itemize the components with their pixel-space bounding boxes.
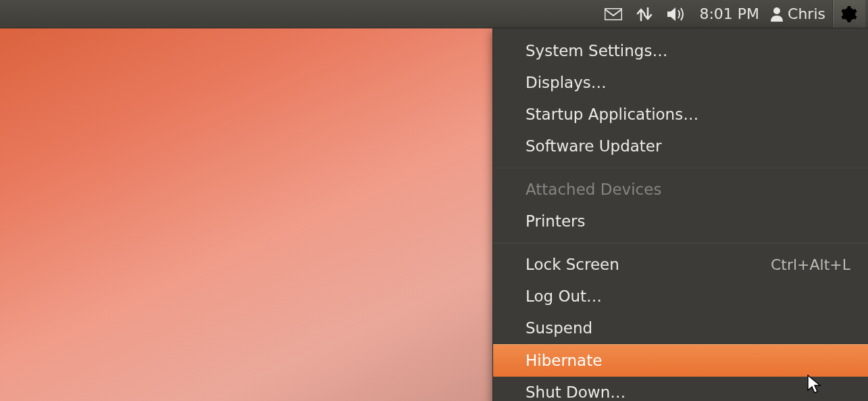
mail-icon (605, 8, 622, 20)
menu-item-hibernate[interactable]: Hibernate (493, 344, 868, 377)
menu-label: Startup Applications… (526, 104, 698, 125)
network-indicator[interactable] (629, 0, 660, 28)
menu-item-software-updater[interactable]: Software Updater (493, 131, 868, 162)
session-indicator[interactable] (832, 0, 865, 28)
menu-label: Displays… (526, 72, 607, 93)
menu-label: Suspend (526, 318, 592, 339)
menu-label: Printers (526, 211, 586, 232)
svg-point-1 (773, 7, 780, 14)
menu-item-suspend[interactable]: Suspend (493, 312, 868, 344)
menu-header-attached-devices: Attached Devices (493, 174, 868, 206)
top-panel: 8:01 PM Chris (0, 0, 868, 28)
user-icon (770, 7, 784, 22)
menu-label: Attached Devices (526, 179, 661, 200)
menu-label: Hibernate (526, 350, 602, 371)
menu-item-lock-screen[interactable]: Lock Screen Ctrl+Alt+L (493, 249, 868, 281)
network-arrows-icon (636, 7, 653, 22)
gear-icon (841, 6, 857, 22)
menu-separator (493, 243, 868, 243)
menu-label: Software Updater (526, 136, 661, 157)
svg-rect-0 (605, 8, 622, 20)
sound-indicator[interactable] (660, 0, 692, 28)
speaker-icon (667, 7, 686, 22)
menu-label: System Settings… (526, 41, 667, 62)
menu-item-displays[interactable]: Displays… (493, 67, 868, 99)
menu-item-log-out[interactable]: Log Out… (493, 281, 868, 312)
menu-label: Lock Screen (526, 254, 619, 275)
menu-item-printers[interactable]: Printers (493, 206, 868, 237)
menu-item-system-settings[interactable]: System Settings… (493, 35, 868, 67)
clock-text: 8:01 PM (699, 5, 759, 22)
menu-label: Log Out… (526, 286, 602, 307)
user-indicator[interactable]: Chris (766, 0, 832, 28)
clock-indicator[interactable]: 8:01 PM (692, 0, 766, 28)
menu-accelerator: Ctrl+Alt+L (771, 255, 850, 275)
menu-item-startup-applications[interactable]: Startup Applications… (493, 99, 868, 131)
mail-indicator[interactable] (598, 0, 629, 28)
menu-label: Shut Down… (526, 382, 626, 401)
user-name: Chris (788, 5, 825, 22)
session-menu: System Settings… Displays… Startup Appli… (492, 28, 868, 401)
menu-item-shut-down[interactable]: Shut Down… (493, 377, 868, 401)
desktop-wallpaper (0, 28, 492, 401)
menu-separator (493, 168, 868, 168)
